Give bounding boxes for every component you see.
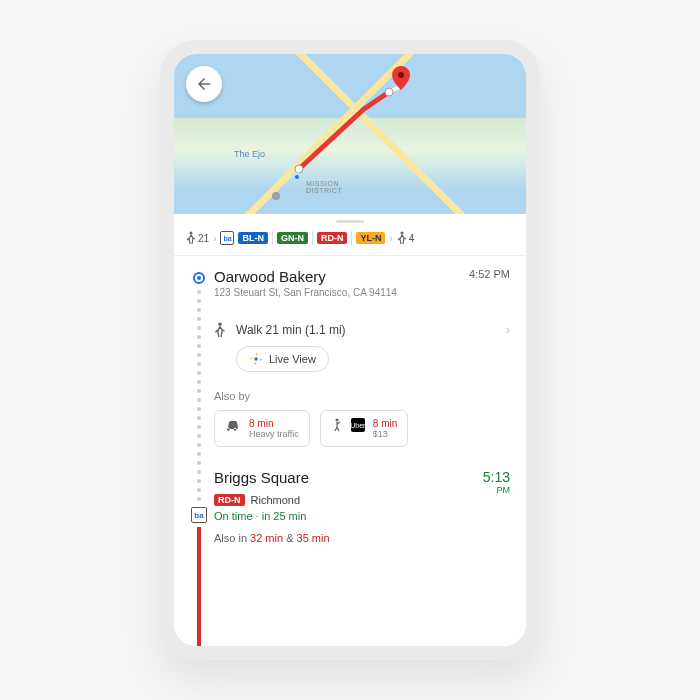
separator	[272, 231, 273, 245]
rideshare-sub: $13	[373, 429, 397, 439]
separator	[312, 231, 313, 245]
timeline: ba	[192, 272, 206, 646]
origin-step[interactable]: Oarwood Bakery 123 Steuart St, San Franc…	[214, 256, 510, 298]
back-button[interactable]	[186, 66, 222, 102]
map-poi-label: The Ejo	[234, 149, 265, 159]
also-in-row: Also in 32 min & 35 min	[214, 532, 330, 544]
status-on-time: On time	[214, 510, 253, 522]
line-badge-yellow: YL-N	[356, 232, 385, 244]
live-view-icon	[249, 352, 263, 366]
svg-point-5	[218, 323, 221, 326]
walk-icon	[397, 231, 407, 245]
bart-icon: ba	[220, 231, 234, 245]
station-name: Briggs Square	[214, 469, 330, 486]
walk-start-minutes: 21	[198, 233, 209, 244]
also-by-label: Also by	[214, 390, 510, 402]
svg-point-2	[398, 72, 404, 78]
origin-node-icon	[193, 272, 205, 284]
walk-segment-start: 21	[186, 231, 209, 245]
current-location-dot	[292, 172, 302, 182]
svg-point-7	[335, 419, 338, 422]
origin-time: 4:52 PM	[469, 268, 510, 298]
map-secondary-dot	[272, 192, 280, 200]
chevron-right-icon: ›	[389, 233, 392, 244]
uber-icon: Uber	[351, 418, 365, 432]
svg-point-6	[254, 357, 258, 361]
drive-sub: Heavy traffic	[249, 429, 299, 439]
dotted-segment	[197, 290, 201, 501]
separator	[351, 231, 352, 245]
svg-point-4	[400, 232, 403, 235]
rideshare-time: 8 min	[373, 418, 397, 429]
walk-text: Walk 21 min (1.1 mi)	[236, 323, 346, 337]
drive-option[interactable]: 8 min Heavy traffic	[214, 410, 310, 447]
origin-address: 123 Steuart St, San Francisco, CA 94114	[214, 287, 397, 298]
transit-node-icon: ba	[191, 507, 207, 523]
line-badge-blue: BL-N	[238, 232, 268, 244]
walk-end-minutes: 4	[409, 233, 415, 244]
map-view[interactable]: The Ejo MISSION DISTRICT	[174, 54, 526, 214]
phone-frame: The Ejo MISSION DISTRICT 21 › ba	[160, 40, 540, 660]
alternative-modes: 8 min Heavy traffic Uber 8 min $13	[214, 410, 510, 447]
chevron-right-icon: ›	[506, 323, 510, 337]
destination-pin-icon	[392, 66, 410, 90]
depart-in: in 25 min	[262, 510, 307, 522]
sheet-drag-handle[interactable]	[336, 220, 364, 223]
transit-line-segment	[197, 527, 201, 646]
route-polyline	[294, 84, 404, 174]
walk-step[interactable]: Walk 21 min (1.1 mi) ›	[214, 322, 510, 338]
directions-content: ba Oarwood Bakery 123 Steuart St, San Fr…	[174, 256, 526, 646]
car-icon	[225, 418, 241, 432]
live-view-label: Live View	[269, 353, 316, 365]
origin-name: Oarwood Bakery	[214, 268, 397, 285]
screen: The Ejo MISSION DISTRICT 21 › ba	[174, 54, 526, 646]
line-badge-green: GN-N	[277, 232, 308, 244]
walk-icon	[186, 231, 196, 245]
route-summary-bar[interactable]: 21 › ba BL-N GN-N RD-N YL-N › 4	[174, 227, 526, 256]
departure-time: 5:13	[483, 469, 510, 485]
chevron-right-icon: ›	[213, 233, 216, 244]
line-badge-red: RD-N	[317, 232, 348, 244]
walk-icon	[214, 322, 226, 338]
rideshare-option[interactable]: Uber 8 min $13	[320, 410, 408, 447]
svg-point-3	[190, 232, 193, 235]
live-view-button[interactable]: Live View	[236, 346, 329, 372]
walk-segment-end: 4	[397, 231, 415, 245]
line-direction: Richmond	[251, 494, 301, 506]
arrow-left-icon	[195, 75, 213, 93]
transit-step[interactable]: Briggs Square RD-N Richmond On time · in…	[214, 469, 510, 544]
hail-icon	[331, 418, 343, 432]
drive-time: 8 min	[249, 418, 299, 429]
line-badge-red: RD-N	[214, 494, 245, 506]
map-district-label: MISSION DISTRICT	[306, 180, 342, 194]
departure-ampm: PM	[483, 485, 510, 495]
